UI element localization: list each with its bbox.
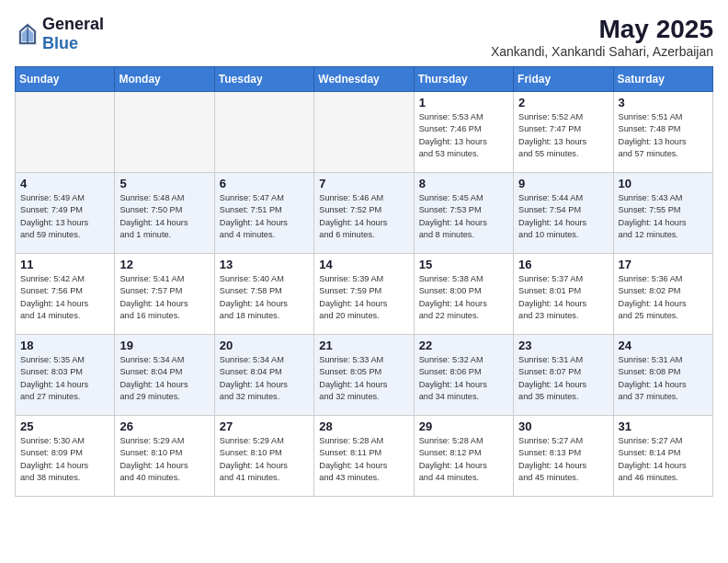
calendar-cell: 25Sunrise: 5:30 AM Sunset: 8:09 PM Dayli… — [16, 416, 115, 497]
day-info: Sunrise: 5:42 AM Sunset: 7:56 PM Dayligh… — [20, 273, 109, 322]
calendar-cell: 22Sunrise: 5:32 AM Sunset: 8:06 PM Dayli… — [414, 335, 513, 416]
calendar-cell: 31Sunrise: 5:27 AM Sunset: 8:14 PM Dayli… — [613, 416, 712, 497]
day-number: 21 — [319, 339, 408, 352]
day-number: 3 — [619, 96, 708, 109]
calendar-cell — [314, 92, 414, 173]
calendar-table: SundayMondayTuesdayWednesdayThursdayFrid… — [15, 66, 713, 497]
day-number: 6 — [220, 177, 309, 190]
day-number: 31 — [619, 419, 708, 433]
day-info: Sunrise: 5:30 AM Sunset: 8:09 PM Dayligh… — [20, 435, 109, 484]
calendar-week-4: 18Sunrise: 5:35 AM Sunset: 8:03 PM Dayli… — [16, 335, 713, 416]
day-number: 24 — [619, 339, 708, 352]
calendar-cell — [16, 92, 115, 173]
weekday-friday: Friday — [514, 67, 613, 92]
calendar-cell: 20Sunrise: 5:34 AM Sunset: 8:04 PM Dayli… — [214, 335, 313, 416]
calendar-cell: 15Sunrise: 5:38 AM Sunset: 8:00 PM Dayli… — [414, 254, 513, 335]
weekday-header-row: SundayMondayTuesdayWednesdayThursdayFrid… — [16, 67, 713, 92]
weekday-monday: Monday — [115, 67, 214, 92]
calendar-cell: 12Sunrise: 5:41 AM Sunset: 7:57 PM Dayli… — [115, 254, 214, 335]
calendar-body: 1Sunrise: 5:53 AM Sunset: 7:46 PM Daylig… — [16, 92, 713, 497]
day-info: Sunrise: 5:43 AM Sunset: 7:55 PM Dayligh… — [619, 192, 708, 241]
day-info: Sunrise: 5:33 AM Sunset: 8:05 PM Dayligh… — [319, 354, 408, 403]
day-info: Sunrise: 5:44 AM Sunset: 7:54 PM Dayligh… — [518, 192, 608, 241]
calendar-cell: 13Sunrise: 5:40 AM Sunset: 7:58 PM Dayli… — [214, 254, 313, 335]
day-number: 13 — [220, 258, 309, 271]
calendar-cell: 10Sunrise: 5:43 AM Sunset: 7:55 PM Dayli… — [613, 173, 712, 254]
calendar-cell: 3Sunrise: 5:51 AM Sunset: 7:48 PM Daylig… — [613, 92, 712, 173]
title-block: May 2025 Xankandi, Xankandi Sahari, Azer… — [491, 15, 713, 59]
calendar-cell: 19Sunrise: 5:34 AM Sunset: 8:04 PM Dayli… — [115, 335, 214, 416]
day-info: Sunrise: 5:35 AM Sunset: 8:03 PM Dayligh… — [20, 354, 109, 403]
calendar-cell: 9Sunrise: 5:44 AM Sunset: 7:54 PM Daylig… — [514, 173, 613, 254]
day-number: 12 — [119, 258, 209, 271]
weekday-wednesday: Wednesday — [314, 67, 414, 92]
weekday-saturday: Saturday — [613, 67, 712, 92]
day-info: Sunrise: 5:36 AM Sunset: 8:02 PM Dayligh… — [619, 273, 708, 322]
day-info: Sunrise: 5:51 AM Sunset: 7:48 PM Dayligh… — [619, 111, 708, 160]
day-number: 19 — [119, 339, 209, 352]
logo: General Blue — [15, 15, 104, 53]
day-number: 26 — [119, 419, 209, 433]
page-header: General Blue May 2025 Xankandi, Xankandi… — [15, 15, 713, 59]
calendar-cell — [214, 92, 313, 173]
day-info: Sunrise: 5:32 AM Sunset: 8:06 PM Dayligh… — [419, 354, 508, 403]
day-number: 30 — [518, 419, 608, 433]
calendar-week-5: 25Sunrise: 5:30 AM Sunset: 8:09 PM Dayli… — [16, 416, 713, 497]
calendar-cell — [115, 92, 214, 173]
location-title: Xankandi, Xankandi Sahari, Azerbaijan — [491, 44, 713, 59]
calendar-cell: 7Sunrise: 5:46 AM Sunset: 7:52 PM Daylig… — [314, 173, 414, 254]
calendar-cell: 24Sunrise: 5:31 AM Sunset: 8:08 PM Dayli… — [613, 335, 712, 416]
day-number: 7 — [319, 177, 408, 190]
calendar-cell: 5Sunrise: 5:48 AM Sunset: 7:50 PM Daylig… — [115, 173, 214, 254]
day-number: 25 — [20, 419, 109, 433]
day-info: Sunrise: 5:47 AM Sunset: 7:51 PM Dayligh… — [220, 192, 309, 241]
day-number: 2 — [518, 96, 608, 109]
day-number: 5 — [119, 177, 209, 190]
weekday-tuesday: Tuesday — [214, 67, 313, 92]
day-number: 28 — [319, 419, 408, 433]
day-info: Sunrise: 5:53 AM Sunset: 7:46 PM Dayligh… — [419, 111, 508, 160]
day-info: Sunrise: 5:40 AM Sunset: 7:58 PM Dayligh… — [220, 273, 309, 322]
calendar-cell: 2Sunrise: 5:52 AM Sunset: 7:47 PM Daylig… — [514, 92, 613, 173]
calendar-cell: 4Sunrise: 5:49 AM Sunset: 7:49 PM Daylig… — [16, 173, 115, 254]
day-number: 15 — [419, 258, 508, 271]
calendar-cell: 8Sunrise: 5:45 AM Sunset: 7:53 PM Daylig… — [414, 173, 513, 254]
day-info: Sunrise: 5:38 AM Sunset: 8:00 PM Dayligh… — [419, 273, 508, 322]
day-number: 22 — [419, 339, 508, 352]
day-info: Sunrise: 5:48 AM Sunset: 7:50 PM Dayligh… — [119, 192, 209, 241]
calendar-cell: 27Sunrise: 5:29 AM Sunset: 8:10 PM Dayli… — [214, 416, 313, 497]
calendar-week-3: 11Sunrise: 5:42 AM Sunset: 7:56 PM Dayli… — [16, 254, 713, 335]
logo-blue: Blue — [42, 34, 78, 52]
calendar-cell: 28Sunrise: 5:28 AM Sunset: 8:11 PM Dayli… — [314, 416, 414, 497]
day-info: Sunrise: 5:49 AM Sunset: 7:49 PM Dayligh… — [20, 192, 109, 241]
day-info: Sunrise: 5:29 AM Sunset: 8:10 PM Dayligh… — [220, 435, 309, 484]
calendar-cell: 21Sunrise: 5:33 AM Sunset: 8:05 PM Dayli… — [314, 335, 414, 416]
day-number: 16 — [518, 258, 608, 271]
calendar-cell: 16Sunrise: 5:37 AM Sunset: 8:01 PM Dayli… — [514, 254, 613, 335]
calendar-cell: 6Sunrise: 5:47 AM Sunset: 7:51 PM Daylig… — [214, 173, 313, 254]
logo-icon — [15, 21, 40, 47]
day-number: 14 — [319, 258, 408, 271]
weekday-sunday: Sunday — [16, 67, 115, 92]
calendar-cell: 26Sunrise: 5:29 AM Sunset: 8:10 PM Dayli… — [115, 416, 214, 497]
day-number: 8 — [419, 177, 508, 190]
day-number: 9 — [518, 177, 608, 190]
day-info: Sunrise: 5:29 AM Sunset: 8:10 PM Dayligh… — [119, 435, 209, 484]
calendar-cell: 29Sunrise: 5:28 AM Sunset: 8:12 PM Dayli… — [414, 416, 513, 497]
day-info: Sunrise: 5:31 AM Sunset: 8:08 PM Dayligh… — [619, 354, 708, 403]
logo-general: General — [42, 15, 104, 33]
day-info: Sunrise: 5:52 AM Sunset: 7:47 PM Dayligh… — [518, 111, 608, 160]
calendar-cell: 18Sunrise: 5:35 AM Sunset: 8:03 PM Dayli… — [16, 335, 115, 416]
day-info: Sunrise: 5:34 AM Sunset: 8:04 PM Dayligh… — [119, 354, 209, 403]
calendar-cell: 1Sunrise: 5:53 AM Sunset: 7:46 PM Daylig… — [414, 92, 513, 173]
day-info: Sunrise: 5:46 AM Sunset: 7:52 PM Dayligh… — [319, 192, 408, 241]
day-info: Sunrise: 5:41 AM Sunset: 7:57 PM Dayligh… — [119, 273, 209, 322]
calendar-week-1: 1Sunrise: 5:53 AM Sunset: 7:46 PM Daylig… — [16, 92, 713, 173]
calendar-week-2: 4Sunrise: 5:49 AM Sunset: 7:49 PM Daylig… — [16, 173, 713, 254]
day-number: 18 — [20, 339, 109, 352]
day-number: 10 — [619, 177, 708, 190]
day-number: 20 — [220, 339, 309, 352]
day-number: 17 — [619, 258, 708, 271]
day-number: 11 — [20, 258, 109, 271]
calendar-cell: 11Sunrise: 5:42 AM Sunset: 7:56 PM Dayli… — [16, 254, 115, 335]
